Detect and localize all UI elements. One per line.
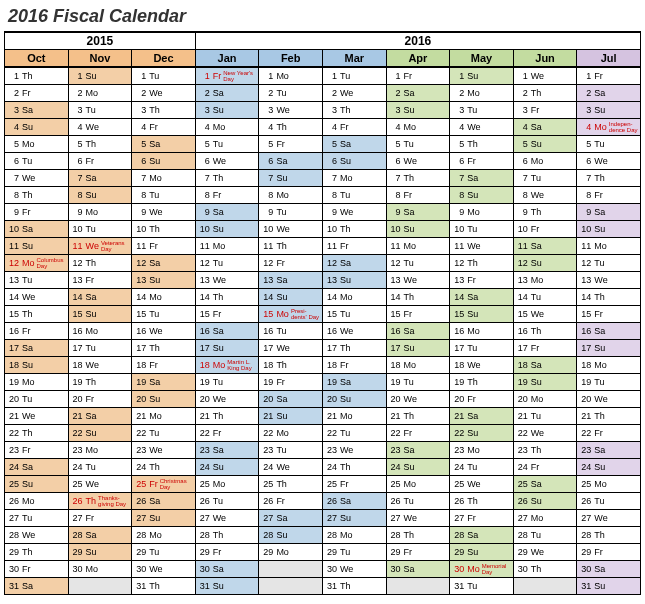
day-number: 12: [452, 258, 464, 268]
day-number: 19: [134, 377, 146, 387]
day-of-week: Th: [464, 258, 478, 268]
day-of-week: Fr: [210, 71, 222, 81]
day-cell: 8Tu: [322, 187, 386, 204]
day-of-week: Fr: [528, 343, 540, 353]
day-cell: 8Th: [5, 187, 69, 204]
day-cell: 16Sa: [195, 323, 259, 340]
day-number: 18: [579, 360, 591, 370]
day-number: 20: [516, 394, 528, 404]
day-cell: 26Tu: [195, 493, 259, 510]
day-of-week: Tu: [83, 224, 96, 234]
day-number: 27: [325, 513, 337, 523]
day-number: 18: [389, 360, 401, 370]
day-of-week: We: [464, 241, 480, 251]
day-of-week: Th: [146, 224, 160, 234]
day-of-week: Sa: [146, 496, 160, 506]
day-cell: 19Th: [68, 374, 132, 391]
day-number: 24: [325, 462, 337, 472]
day-cell: 19Su: [513, 374, 577, 391]
day-of-week: Fr: [146, 241, 158, 251]
day-number: 17: [389, 343, 401, 353]
day-cell: 17Th: [322, 340, 386, 357]
day-of-week: Th: [19, 71, 33, 81]
day-number: 27: [389, 513, 401, 523]
day-of-week: Th: [83, 258, 97, 268]
day-number: 18: [198, 360, 210, 370]
year-header-row: 2015 2016: [5, 32, 641, 50]
day-number: 6: [452, 156, 464, 166]
day-of-week: Th: [19, 309, 33, 319]
day-of-week: Fr: [273, 377, 285, 387]
day-of-week: Mo: [337, 530, 353, 540]
day-cell: 30We: [132, 561, 196, 578]
day-of-week: Sa: [273, 513, 287, 523]
day-cell: 8Fr: [577, 187, 641, 204]
day-of-week: Sa: [591, 564, 605, 574]
day-of-week: Tu: [464, 105, 477, 115]
day-number: 28: [579, 530, 591, 540]
day-of-week: We: [19, 173, 35, 183]
day-of-week: Sa: [528, 241, 542, 251]
day-number: 11: [261, 241, 273, 251]
day-number: 10: [261, 224, 273, 234]
day-of-week: Mo: [210, 479, 226, 489]
day-of-week: Su: [146, 275, 160, 285]
day-of-week: Fr: [146, 360, 158, 370]
day-number: 7: [7, 173, 19, 183]
day-of-week: We: [591, 513, 607, 523]
day-number: 22: [71, 428, 83, 438]
day-cell: 30Th: [513, 561, 577, 578]
day-cell: 5Su: [513, 136, 577, 153]
table-row: 29Th29Su29Tu29Fr29Mo29Tu29Fr29Su29We29Fr: [5, 544, 641, 561]
day-cell: 6Sa: [259, 153, 323, 170]
day-number: 15: [579, 309, 591, 319]
day-of-week: Th: [401, 173, 415, 183]
table-row: 12MoColumbus Day12Th12Sa12Tu12Fr12Sa12Tu…: [5, 255, 641, 272]
day-of-week: Su: [146, 394, 160, 404]
day-number: 22: [579, 428, 591, 438]
day-cell: 30Mo: [68, 561, 132, 578]
day-of-week: Sa: [401, 326, 415, 336]
day-of-week: Th: [19, 428, 33, 438]
day-of-week: Su: [210, 105, 224, 115]
day-cell: 9Sa: [386, 204, 450, 221]
day-number: 31: [579, 581, 591, 591]
table-row: 8Th8Su8Tu8Fr8Mo8Tu8Fr8Su8We8Fr: [5, 187, 641, 204]
day-number: 23: [389, 445, 401, 455]
day-cell: 6We: [195, 153, 259, 170]
day-cell: 31Th: [132, 578, 196, 595]
day-number: 11: [452, 241, 464, 251]
day-cell: 26Sa: [132, 493, 196, 510]
day-of-week: Fr: [146, 122, 158, 132]
day-of-week: We: [464, 122, 480, 132]
day-of-week: Mo: [146, 411, 162, 421]
day-number: 9: [325, 207, 337, 217]
day-of-week: Tu: [401, 258, 414, 268]
day-number: 26: [71, 496, 83, 506]
day-number: 30: [389, 564, 401, 574]
day-cell: 7Tu: [513, 170, 577, 187]
day-cell: 21Tu: [513, 408, 577, 425]
day-of-week: Sa: [19, 343, 33, 353]
day-cell: 22Fr: [195, 425, 259, 442]
day-of-week: Sa: [210, 564, 224, 574]
day-cell: 18Su: [5, 357, 69, 374]
day-number: 6: [325, 156, 337, 166]
day-cell: 20Mo: [513, 391, 577, 408]
day-cell: 1Fr: [577, 67, 641, 85]
day-of-week: We: [210, 156, 226, 166]
day-cell: 8Tu: [132, 187, 196, 204]
day-number: 10: [325, 224, 337, 234]
day-cell: 21Mo: [132, 408, 196, 425]
day-number: 13: [198, 275, 210, 285]
day-cell: 11Su: [5, 238, 69, 255]
day-cell: 3Tu: [450, 102, 514, 119]
day-of-week: Th: [210, 173, 224, 183]
day-cell: 5Tu: [386, 136, 450, 153]
day-of-week: We: [337, 564, 353, 574]
holiday-label: Presi-dents' Day: [289, 308, 320, 320]
day-number: 18: [325, 360, 337, 370]
day-cell: 14Su: [259, 289, 323, 306]
day-number: 28: [198, 530, 210, 540]
day-cell: 28Tu: [513, 527, 577, 544]
